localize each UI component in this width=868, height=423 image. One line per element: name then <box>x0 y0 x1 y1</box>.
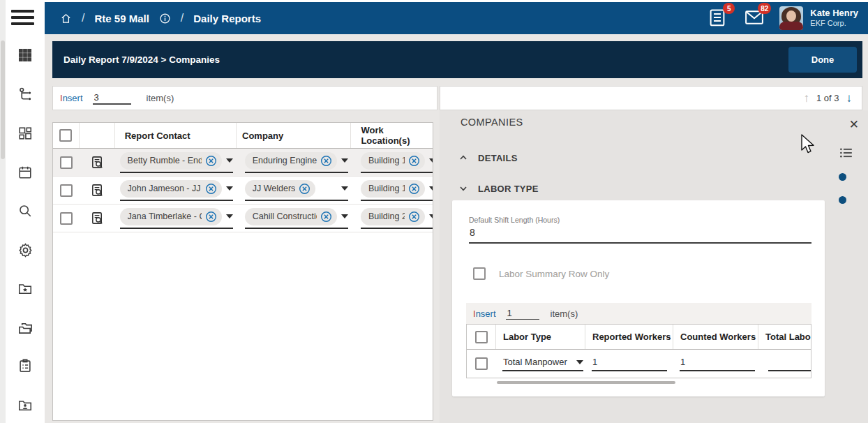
dropdown-caret-icon[interactable] <box>226 186 233 191</box>
remove-chip-icon[interactable] <box>205 183 217 195</box>
dropdown-caret-icon[interactable] <box>341 158 348 163</box>
table-row[interactable]: Betty Rumble - Endurin Enduring Engineer… <box>53 149 433 177</box>
labor-row[interactable]: Total Manpower 1 1 <box>467 350 811 378</box>
remove-chip-icon[interactable] <box>408 155 420 167</box>
calendar-icon[interactable] <box>13 161 37 184</box>
log-clipboard-icon[interactable] <box>13 354 37 378</box>
section-nav-dot[interactable] <box>839 173 846 181</box>
row-checkbox[interactable] <box>475 357 488 370</box>
dropdown-caret-icon[interactable] <box>429 186 433 191</box>
breadcrumb-project[interactable]: Rte 59 Mall <box>94 13 149 24</box>
dropdown-caret-icon[interactable] <box>341 214 348 218</box>
remove-chip-icon[interactable] <box>320 211 332 223</box>
search-icon[interactable] <box>13 199 37 223</box>
report-contact-field[interactable]: Betty Rumble - Endurin <box>120 152 233 173</box>
labor-type-select[interactable]: Total Manpower <box>502 357 583 371</box>
company-field[interactable]: Enduring Engineers <box>245 152 348 173</box>
info-icon[interactable] <box>159 13 171 24</box>
remove-chip-icon[interactable] <box>205 155 217 167</box>
section-list-icon[interactable] <box>839 147 853 161</box>
main-menu-icon[interactable] <box>11 10 36 29</box>
labor-summary-checkbox[interactable] <box>473 267 486 280</box>
close-icon[interactable]: ✕ <box>849 119 859 131</box>
column-header-report-contact[interactable]: Report Contact <box>115 123 237 148</box>
starred-folder-icon[interactable] <box>13 276 37 300</box>
chip-label: Building 2 <box>368 212 405 221</box>
report-contact-field[interactable]: Jana Timberlake - Cah <box>120 208 233 229</box>
previous-record-arrow-icon[interactable]: ↑ <box>803 92 809 104</box>
dropdown-caret-icon <box>576 360 583 364</box>
section-labor-type-toggle[interactable]: LABOR TYPE <box>458 183 539 194</box>
section-details-toggle[interactable]: DETAILS <box>458 152 518 163</box>
dropdown-caret-icon[interactable] <box>341 186 348 191</box>
remove-chip-icon[interactable] <box>205 211 217 223</box>
horizontal-scrollbar-thumb[interactable] <box>497 381 675 384</box>
preview-record-icon[interactable] <box>90 155 105 170</box>
column-header-company[interactable]: Company <box>237 123 351 148</box>
remove-chip-icon[interactable] <box>408 183 420 195</box>
column-header-total-labor[interactable]: Total Labor <box>758 325 811 349</box>
home-icon[interactable] <box>60 13 72 24</box>
preview-record-icon[interactable] <box>90 211 105 225</box>
dashboard-icon[interactable] <box>13 121 37 145</box>
labor-insert-bar: Insert item(s) <box>466 303 811 324</box>
company-field[interactable]: Cahill Construction <box>245 208 348 229</box>
insert-count-input[interactable] <box>506 307 539 320</box>
breadcrumb: / Rte 59 Mall / Daily Reports <box>45 12 261 24</box>
table-row[interactable]: Jana Timberlake - Cah Cahill Constructio… <box>53 205 433 232</box>
section-nav-dot[interactable] <box>839 196 846 204</box>
dropdown-caret-icon[interactable] <box>429 158 433 163</box>
rail-scrollbar[interactable] <box>0 0 6 423</box>
insert-count-input[interactable] <box>93 91 131 105</box>
chip-label: Betty Rumble - Endurin <box>128 156 202 165</box>
chip-label: Building 1 <box>368 184 405 193</box>
total-labor-input[interactable] <box>768 357 811 371</box>
insert-button[interactable]: Insert <box>60 93 83 103</box>
apps-grid-icon[interactable] <box>13 43 37 67</box>
chip-label: Building 1 <box>368 156 405 165</box>
project-folders-icon[interactable] <box>13 316 37 339</box>
remove-chip-icon[interactable] <box>299 183 310 195</box>
row-checkbox[interactable] <box>60 212 73 225</box>
messages-button[interactable]: 82 <box>743 7 765 29</box>
rail-scrollbar-thumb[interactable] <box>1 40 5 159</box>
company-field[interactable]: JJ Welders <box>245 180 348 201</box>
user-menu[interactable]: Kate Henry EKF Corp. <box>779 6 858 30</box>
workflow-icon[interactable] <box>13 82 37 106</box>
chip-label: Cahill Construction <box>253 212 317 221</box>
select-all-checkbox[interactable] <box>475 331 488 343</box>
row-checkbox[interactable] <box>60 156 73 169</box>
shift-length-label: Default Shift Length (Hours) <box>469 216 560 224</box>
remove-chip-icon[interactable] <box>408 211 420 223</box>
document-header-bar: Daily Report 7/9/2024 > Companies Done <box>52 41 862 78</box>
breadcrumb-page[interactable]: Daily Reports <box>193 13 261 24</box>
remove-chip-icon[interactable] <box>320 155 332 167</box>
contacts-folder-icon[interactable] <box>13 393 37 417</box>
work-location-field[interactable]: Building 1 <box>361 180 433 201</box>
panel-title: COMPANIES <box>461 117 523 128</box>
column-header-counted-workers[interactable]: Counted Workers <box>673 325 758 349</box>
dropdown-caret-icon[interactable] <box>226 214 233 218</box>
preview-record-icon[interactable] <box>90 183 105 198</box>
dropdown-caret-icon[interactable] <box>226 158 233 163</box>
insert-button[interactable]: Insert <box>473 309 496 319</box>
dropdown-caret-icon[interactable] <box>429 214 433 218</box>
work-location-field[interactable]: Building 1 <box>361 152 433 173</box>
next-record-arrow-icon[interactable]: ↓ <box>846 92 853 104</box>
work-location-field[interactable]: Building 2 <box>361 208 433 229</box>
done-button[interactable]: Done <box>788 47 857 73</box>
column-header-labor-type[interactable]: Labor Type <box>496 325 585 349</box>
reports-notifications-button[interactable]: 5 <box>707 7 729 29</box>
reported-workers-input[interactable]: 1 <box>592 357 667 371</box>
column-header-reported-workers[interactable]: Reported Workers <box>585 325 673 349</box>
shift-length-input[interactable] <box>469 227 811 244</box>
column-header-work-locations[interactable]: Work Location(s) <box>351 123 433 148</box>
select-all-checkbox[interactable] <box>59 129 72 142</box>
counted-workers-input[interactable]: 1 <box>680 357 755 371</box>
row-checkbox[interactable] <box>60 184 73 197</box>
settings-gear-icon[interactable] <box>13 238 37 262</box>
table-row[interactable]: John Jameson - JJ We JJ Welders Building… <box>53 177 433 205</box>
report-contact-field[interactable]: John Jameson - JJ We <box>120 180 233 201</box>
user-name: Kate Henry <box>810 8 858 19</box>
top-navigation-bar: / Rte 59 Mall / Daily Reports 5 82 <box>45 2 868 34</box>
